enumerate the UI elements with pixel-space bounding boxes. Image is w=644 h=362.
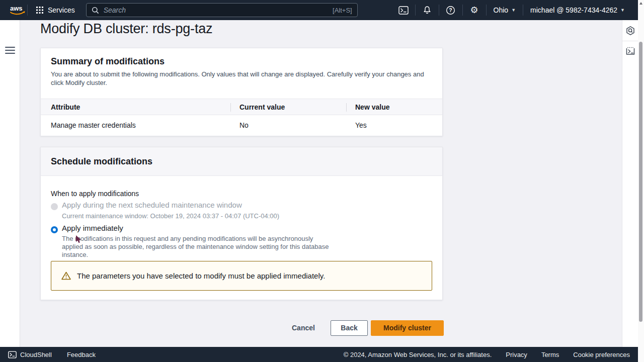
nav-divider	[439, 5, 439, 16]
warning-alert: The parameters you have selected to modi…	[51, 261, 432, 291]
cloudshell-panel-button[interactable]	[625, 46, 635, 56]
cloudshell-button[interactable]	[397, 4, 410, 16]
summary-card-title: Summary of modifications	[51, 56, 432, 67]
column-divider	[346, 103, 347, 112]
left-sidebar	[0, 20, 20, 347]
chevron-down-icon: ▼	[620, 8, 625, 13]
table-row: Manage master credentials No Yes	[41, 115, 442, 135]
modifications-table: Attribute Current value New value Manage…	[41, 99, 442, 135]
svg-text:aws: aws	[10, 5, 23, 12]
amazon-q-icon	[625, 26, 635, 36]
help-icon: ?	[446, 6, 455, 15]
footer-terms-link[interactable]: Terms	[541, 351, 559, 358]
modify-cluster-button[interactable]: Modify cluster	[371, 320, 444, 336]
toolbar-divider	[622, 41, 638, 41]
nav-divider	[415, 5, 416, 16]
radio-apply-immediately-label[interactable]: Apply immediately	[62, 224, 123, 232]
cell-new-value: Yes	[355, 121, 367, 129]
when-to-apply-label: When to apply modifications	[51, 190, 139, 198]
radio-maintenance-window-label: Apply during the next scheduled maintena…	[62, 201, 242, 209]
chevron-down-icon: ▼	[511, 8, 516, 13]
radio-apply-immediately[interactable]	[51, 226, 58, 233]
footer-cookie-preferences-link[interactable]: Cookie preferences	[573, 351, 630, 358]
column-header-attribute: Attribute	[51, 103, 80, 111]
summary-card-description: You are about to submit the following mo…	[51, 70, 426, 87]
nav-divider	[462, 5, 463, 16]
footer-copyright: © 2024, Amazon Web Services, Inc. or its…	[344, 351, 492, 358]
services-menu[interactable]: Services	[36, 6, 75, 14]
search-placeholder: Search	[104, 6, 333, 14]
nav-divider	[486, 5, 487, 16]
page-title: Modify DB cluster: rds-pg-taz	[40, 21, 212, 37]
scrollbar-up-arrow[interactable]	[639, 2, 642, 5]
scrollbar-track[interactable]	[638, 0, 644, 362]
footer-cloudshell-label: CloudShell	[20, 351, 52, 358]
search-shortcut: [Alt+S]	[333, 7, 352, 14]
right-side-toolbar	[622, 20, 638, 347]
schedule-card-title: Schedule modifications	[51, 156, 152, 167]
radio-maintenance-window	[51, 203, 58, 210]
back-button[interactable]: Back	[331, 320, 368, 336]
aws-logo[interactable]: aws	[8, 4, 27, 17]
column-header-current-value: Current value	[239, 103, 285, 111]
search-icon	[92, 7, 99, 14]
hamburger-icon	[5, 53, 15, 54]
notifications-button[interactable]	[421, 4, 433, 16]
gear-icon: ⚙	[470, 6, 478, 15]
hamburger-icon	[5, 47, 15, 48]
summary-of-modifications-card: Summary of modifications You are about t…	[40, 48, 443, 136]
cancel-button[interactable]: Cancel	[292, 320, 315, 336]
top-navigation-bar: aws Services Search [Alt+S]	[0, 0, 638, 20]
region-selector[interactable]: Ohio ▼	[494, 6, 516, 14]
schedule-modifications-card: Schedule modifications When to apply mod…	[40, 147, 443, 300]
cloudshell-panel-icon	[625, 46, 635, 56]
warning-message: The parameters you have selected to modi…	[77, 272, 325, 280]
services-grid-icon	[36, 6, 44, 14]
footer-privacy-link[interactable]: Privacy	[506, 351, 527, 358]
services-label: Services	[48, 6, 75, 14]
schedule-card-header: Schedule modifications	[41, 147, 442, 176]
hamburger-icon	[5, 50, 15, 51]
amazon-q-button[interactable]	[625, 26, 635, 36]
svg-text:?: ?	[449, 7, 452, 13]
help-button[interactable]: ?	[445, 4, 457, 16]
cell-attribute: Manage master credentials	[51, 121, 136, 129]
search-input[interactable]: Search [Alt+S]	[86, 3, 358, 17]
account-label: michael @ 5982-7434-4262	[530, 6, 617, 14]
bell-icon	[423, 6, 432, 15]
aws-logo-icon: aws	[8, 4, 27, 17]
footer-right-group: © 2024, Amazon Web Services, Inc. or its…	[344, 351, 630, 358]
apply-immediately-description: The modifications in this request and an…	[62, 235, 334, 259]
nav-divider	[523, 5, 523, 16]
open-menu-button[interactable]	[5, 47, 15, 54]
aws-console: aws Services Search [Alt+S]	[0, 0, 644, 362]
nav-right-group: ? ⚙ Ohio ▼ michael @ 5982-7434-4262 ▼	[392, 4, 632, 16]
cloudshell-icon	[8, 351, 17, 358]
account-menu[interactable]: michael @ 5982-7434-4262 ▼	[530, 6, 625, 14]
column-divider	[230, 103, 231, 112]
nav-divider	[27, 5, 28, 16]
maintenance-window-description: Current maintenance window: October 19, …	[62, 212, 279, 220]
scrollbar-thumb[interactable]	[639, 42, 642, 322]
footer-cloudshell-button[interactable]: CloudShell	[8, 351, 52, 358]
warning-triangle-icon	[61, 272, 71, 280]
cloudshell-icon	[398, 6, 409, 15]
table-header-row: Attribute Current value New value	[41, 99, 442, 115]
cell-current-value: No	[239, 121, 249, 129]
footer-feedback-button[interactable]: Feedback	[67, 351, 96, 358]
column-header-new-value: New value	[355, 103, 389, 111]
footer-bar: CloudShell Feedback © 2024, Amazon Web S…	[0, 347, 638, 362]
settings-button[interactable]: ⚙	[468, 4, 480, 16]
region-label: Ohio	[494, 6, 509, 14]
